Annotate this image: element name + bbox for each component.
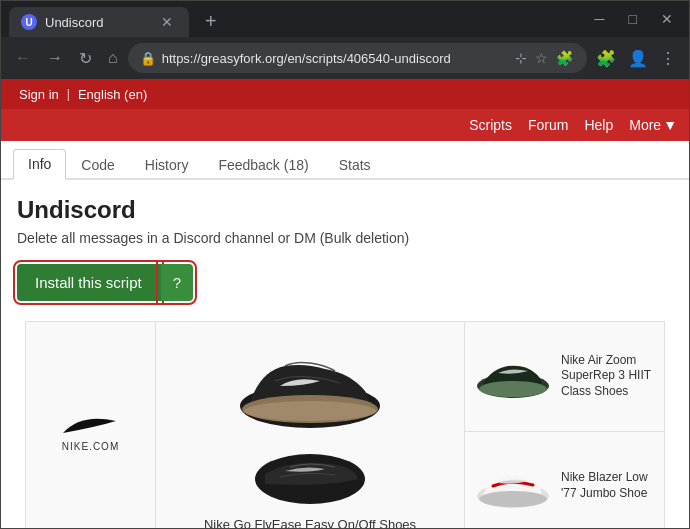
- home-button[interactable]: ⌂: [102, 45, 124, 71]
- install-help-button[interactable]: ?: [160, 264, 193, 301]
- nav-forum[interactable]: Forum: [528, 117, 568, 133]
- reload-button[interactable]: ↻: [73, 45, 98, 72]
- shoe-label-1: Nike Air Zoom SuperRep 3 HIIT Class Shoe…: [561, 353, 656, 400]
- forward-button[interactable]: →: [41, 45, 69, 71]
- site-mainnav: Scripts Forum Help More ▼: [1, 109, 689, 141]
- script-tabs: Info Code History Feedback (18) Stats: [1, 141, 689, 180]
- install-script-button[interactable]: Install this script: [17, 264, 160, 301]
- nav-help[interactable]: Help: [584, 117, 613, 133]
- addressbar: ← → ↻ ⌂ 🔒 https://greasyfork.org/en/scri…: [1, 37, 689, 79]
- language-link[interactable]: English (en): [72, 85, 153, 104]
- browser-window: U Undiscord ✕ + ─ □ ✕ ← → ↻ ⌂ 🔒 https://…: [0, 0, 690, 529]
- shoe-top-view: [250, 449, 370, 509]
- menu-icon[interactable]: ⋮: [655, 45, 681, 72]
- svg-point-5: [479, 381, 547, 397]
- window-controls: ─ □ ✕: [587, 7, 681, 31]
- nav-more[interactable]: More ▼: [629, 117, 677, 133]
- ad-right-panel: Nike Air Zoom SuperRep 3 HIIT Class Shoe…: [464, 322, 664, 528]
- bookmark-icon[interactable]: ☆: [533, 48, 550, 68]
- profile-icon[interactable]: 👤: [623, 45, 653, 72]
- tab-favicon: U: [21, 14, 37, 30]
- main-product-label: Nike Go FlyEase Easy On/Off Shoes: [204, 517, 416, 529]
- extensions-icon[interactable]: 🧩: [554, 48, 575, 68]
- svg-point-7: [479, 491, 547, 507]
- share-icon[interactable]: ⊹: [513, 48, 529, 68]
- shoe-thumb-1: [473, 351, 553, 401]
- tab-feedback[interactable]: Feedback (18): [203, 150, 323, 179]
- brand-name: NIKE.COM: [62, 441, 119, 452]
- shoe-label-2: Nike Blazer Low '77 Jumbo Shoe: [561, 470, 656, 501]
- ad-right-item-2: Nike Blazer Low '77 Jumbo Shoe: [465, 432, 664, 529]
- url-bar[interactable]: 🔒 https://greasyfork.org/en/scripts/4065…: [128, 43, 587, 73]
- shoe-thumb-2: [473, 461, 553, 511]
- tab-stats[interactable]: Stats: [324, 150, 386, 179]
- script-info-content: Undiscord Delete all messages in a Disco…: [1, 180, 689, 528]
- nav-scripts[interactable]: Scripts: [469, 117, 512, 133]
- ad-brand: NIKE.COM: [26, 322, 156, 528]
- main-shoe-image: [230, 331, 390, 441]
- new-tab-button[interactable]: +: [197, 6, 225, 37]
- ad-banner: NIKE.COM: [25, 321, 665, 528]
- tab-info[interactable]: Info: [13, 149, 66, 180]
- tab-history[interactable]: History: [130, 150, 204, 179]
- svg-point-2: [244, 401, 376, 421]
- close-button[interactable]: ✕: [653, 7, 681, 31]
- back-button[interactable]: ←: [9, 45, 37, 71]
- ad-right-item-1: Nike Air Zoom SuperRep 3 HIIT Class Shoe…: [465, 322, 664, 432]
- tab-title: Undiscord: [45, 15, 149, 30]
- nike-swoosh-icon: [61, 411, 121, 441]
- topnav-left: Sign in | English (en): [13, 85, 153, 104]
- chrome-icons: 🧩 👤 ⋮: [591, 45, 681, 72]
- script-name: Undiscord: [17, 196, 673, 224]
- ad-main-product: Nike Go FlyEase Easy On/Off Shoes: [156, 322, 464, 528]
- tab-area: U Undiscord ✕ +: [9, 1, 587, 37]
- tab-code[interactable]: Code: [66, 150, 129, 179]
- page-content: Info Code History Feedback (18) Stats Un…: [1, 141, 689, 528]
- site-topnav: Sign in | English (en): [1, 79, 689, 109]
- titlebar: U Undiscord ✕ + ─ □ ✕: [1, 1, 689, 37]
- active-tab[interactable]: U Undiscord ✕: [9, 7, 189, 37]
- topnav-separator: |: [67, 87, 70, 101]
- signin-link[interactable]: Sign in: [13, 85, 65, 104]
- install-row: Install this script ?: [17, 264, 673, 301]
- minimize-button[interactable]: ─: [587, 7, 613, 31]
- extensions-puzzle-icon[interactable]: 🧩: [591, 45, 621, 72]
- script-description: Delete all messages in a Discord channel…: [17, 230, 673, 246]
- tab-close-button[interactable]: ✕: [157, 12, 177, 32]
- lock-icon: 🔒: [140, 51, 156, 66]
- url-text: https://greasyfork.org/en/scripts/406540…: [162, 51, 507, 66]
- maximize-button[interactable]: □: [621, 7, 645, 31]
- url-icons: ⊹ ☆ 🧩: [513, 48, 575, 68]
